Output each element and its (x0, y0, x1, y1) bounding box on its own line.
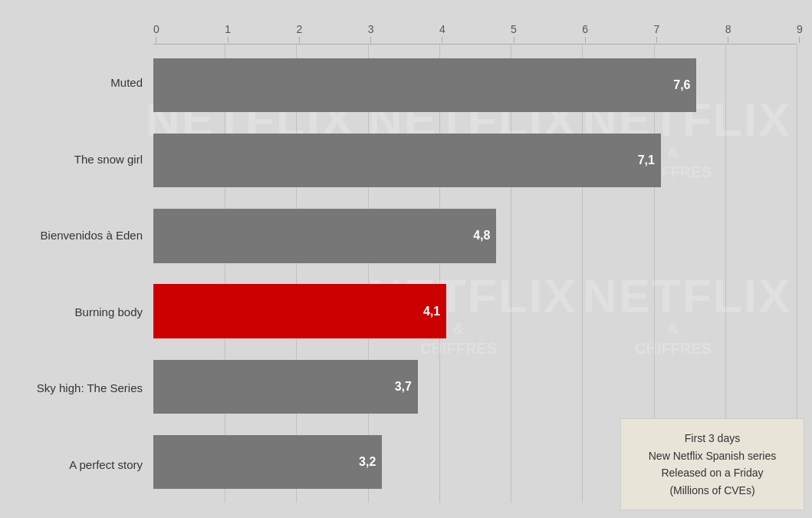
x-tick-5: 5 (511, 23, 517, 43)
x-tick-1: 1 (225, 23, 231, 43)
x-tick-4: 4 (439, 23, 445, 43)
legend-line3: Released on a Friday (661, 467, 763, 479)
chart-container: NETFLIX &CHIFFRES NETFLIX &CHIFFRES NETF… (0, 0, 812, 518)
legend-line1: First 3 days (685, 432, 740, 444)
bar-row-0: 7,6 (153, 48, 797, 123)
x-tick-2: 2 (296, 23, 302, 43)
x-tick-label: 9 (797, 23, 803, 35)
bar-value-0: 7,6 (673, 78, 690, 92)
x-tick-label: 8 (725, 23, 731, 35)
x-tick-line (299, 37, 300, 43)
bar-4: 3,7 (153, 360, 418, 414)
y-label-perfect-story: A perfect story (15, 427, 153, 503)
x-tick-line (228, 37, 228, 43)
x-tick-line (442, 37, 442, 43)
bar-value-1: 7,1 (638, 153, 655, 167)
x-tick-line (370, 37, 371, 43)
x-tick-label: 0 (153, 23, 159, 35)
x-tick-3: 3 (368, 23, 374, 43)
x-tick-line (799, 37, 800, 43)
x-tick-8: 8 (725, 23, 731, 43)
x-tick-label: 7 (654, 23, 660, 35)
bar-3: 4,1 (153, 284, 446, 338)
bar-2: 4,8 (153, 209, 496, 262)
x-tick-line (728, 37, 728, 43)
bar-value-3: 4,1 (423, 305, 440, 318)
bar-row-3: 4,1 (153, 274, 797, 349)
x-tick-label: 4 (439, 23, 445, 35)
y-label-snow-girl: The snow girl (15, 121, 153, 198)
x-tick-line (585, 37, 586, 43)
x-tick-9: 9 (797, 23, 803, 43)
x-tick-0: 0 (153, 23, 159, 43)
bar-row-4: 3,7 (153, 349, 797, 424)
x-tick-label: 6 (582, 23, 588, 35)
legend-box: First 3 days New Netflix Spanish series … (620, 418, 804, 510)
bar-1: 7,1 (153, 134, 661, 187)
x-tick-label: 2 (296, 23, 302, 35)
x-tick-line (156, 37, 156, 43)
bar-row-2: 4,8 (153, 198, 797, 273)
bar-value-5: 3,2 (359, 455, 376, 469)
bar-value-2: 4,8 (473, 229, 490, 243)
y-label-bienvenidos: Bienvenidos à Eden (15, 197, 153, 274)
x-tick-line (656, 37, 657, 43)
y-labels: Muted The snow girl Bienvenidos à Eden B… (15, 23, 153, 503)
x-tick-7: 7 (654, 23, 660, 43)
bar-row-1: 7,1 (153, 123, 797, 198)
x-tick-label: 3 (368, 23, 374, 35)
x-tick-6: 6 (582, 23, 588, 43)
y-label-muted: Muted (15, 45, 153, 121)
x-axis: 0 1 2 3 4 5 6 7 8 9 (153, 23, 797, 45)
bar-value-4: 3,7 (395, 380, 412, 394)
legend-line4: (Millions of CVEs) (669, 484, 754, 497)
bar-0: 7,6 (153, 58, 696, 112)
x-tick-line (514, 37, 514, 43)
y-label-sky-high: Sky high: The Series (15, 350, 153, 427)
y-label-burning-body: Burning body (15, 274, 153, 351)
x-tick-label: 5 (511, 23, 517, 35)
x-tick-label: 1 (225, 23, 231, 35)
legend-line2: New Netflix Spanish series (649, 450, 777, 462)
bar-5: 3,2 (153, 435, 382, 489)
